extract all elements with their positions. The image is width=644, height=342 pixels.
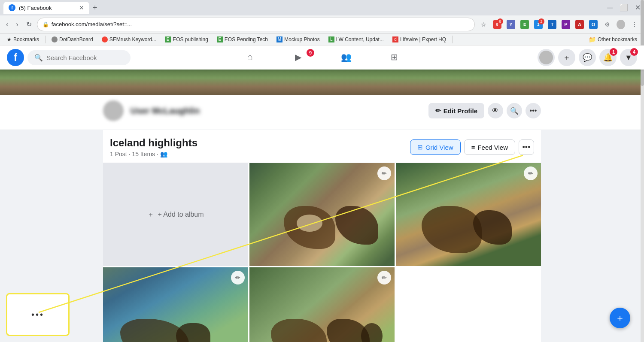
facebook-logo[interactable]: f — [7, 49, 24, 66]
ext-avatar[interactable] — [615, 18, 627, 30]
marketplace-icon: ⊞ — [391, 52, 398, 62]
other-bookmarks[interactable]: 📁 Other bookmarks — [585, 35, 641, 44]
browser-titlebar: f (5) Facebook ✕ + ─ ⬜ ✕ — [0, 0, 644, 15]
friends-icon: 👥 — [341, 52, 352, 62]
dots-icon: ••• — [31, 310, 44, 320]
bookmark-eos-pub[interactable]: E EOS publishing — [161, 36, 212, 43]
avatar-image — [539, 51, 553, 64]
bookmark-semrush[interactable]: SEMrush Keyword... — [98, 36, 160, 43]
float-chat-button[interactable]: ＋ — [610, 308, 630, 328]
browser-tab[interactable]: f (5) Facebook ✕ — [3, 2, 89, 14]
new-tab-button[interactable]: + — [91, 2, 99, 14]
bookmark-eos-pending[interactable]: E EOS Pending Tech — [213, 36, 271, 43]
chat-icon: ＋ — [615, 312, 625, 324]
photo-edit-button-3[interactable]: ✏ — [231, 271, 245, 284]
messenger-icon: 💬 — [583, 53, 592, 62]
ext-settings[interactable]: ⚙ — [601, 18, 613, 30]
nav-watch[interactable]: ▶ 9 — [274, 45, 322, 70]
feed-view-button[interactable]: ≡ Feed View — [464, 139, 515, 155]
tab-favicon: f — [9, 4, 15, 11]
ext-p[interactable]: P — [560, 18, 572, 30]
facebook-navbar: f 🔍 ⌂ ▶ 9 👥 ⊞ ＋ 💬 🔔 1 — [0, 45, 644, 70]
ellipsis-icon: ••• — [522, 143, 531, 152]
messenger-button[interactable]: 💬 — [579, 49, 596, 66]
minimize-button[interactable]: ─ — [607, 3, 613, 12]
window-controls: ─ ⬜ ✕ — [607, 3, 641, 12]
profile-avatar-nav[interactable] — [538, 49, 555, 66]
bookmark-icon: E — [165, 36, 171, 42]
ext-e1[interactable]: E — [519, 18, 531, 30]
bookmark-lifewire[interactable]: d Lifewire | Expert HQ — [389, 36, 450, 43]
create-button[interactable]: ＋ — [558, 49, 575, 66]
star-button[interactable]: ☆ — [477, 18, 489, 30]
address-bar[interactable]: 🔒 facebook.com/media/set/?set=... — [37, 18, 475, 31]
reload-button[interactable]: ↻ — [24, 18, 34, 30]
maximize-button[interactable]: ⬜ — [620, 3, 628, 12]
photo-cell-4[interactable]: ✏ — [249, 267, 395, 342]
bookmark-icon: L — [328, 36, 334, 42]
photo-cell-2[interactable]: ✏ — [396, 163, 541, 266]
search-input[interactable] — [46, 54, 124, 61]
list-icon: ≡ — [471, 144, 475, 151]
bookmarks-bar: ★ Bookmarks DotDashBoard SEMrush Keyword… — [0, 33, 644, 45]
ext-y[interactable]: Y — [505, 18, 517, 30]
bookmark-icon — [52, 36, 58, 42]
close-button[interactable]: ✕ — [635, 3, 641, 12]
profile-info: User McLaughlin ✏ Edit Profile 👁 🔍 ••• — [0, 95, 644, 126]
forward-button[interactable]: › — [13, 19, 21, 30]
edit-profile-button[interactable]: ✏ Edit Profile — [428, 103, 484, 118]
bookmark-star-icon: ★ — [7, 36, 12, 42]
ext-8[interactable]: 8 8 — [491, 18, 503, 30]
nav-friends[interactable]: 👥 — [322, 45, 370, 70]
photos-grid: ＋ + Add to album ✏ ✏ — [103, 163, 541, 342]
bookmark-icon: E — [217, 36, 223, 42]
nav-center: ⌂ ▶ 9 👥 ⊞ — [226, 45, 418, 70]
notifications-button[interactable]: 🔔 1 — [599, 49, 617, 66]
nav-marketplace[interactable]: ⊞ — [370, 45, 418, 70]
ext-t[interactable]: T — [546, 18, 558, 30]
eye-icon: 👁 — [492, 107, 499, 115]
photo-edit-button-2[interactable]: ✏ — [524, 166, 538, 180]
plus-icon: ＋ — [563, 52, 571, 63]
album-controls: ⊞ Grid View ≡ Feed View ••• — [410, 139, 534, 155]
folder-icon: 📁 — [589, 36, 596, 43]
bookmark-dotdash[interactable]: DotDashBoard — [48, 36, 97, 43]
ext-a[interactable]: A — [574, 18, 586, 30]
grid-view-button[interactable]: ⊞ Grid View — [410, 139, 461, 155]
tab-close-button[interactable]: ✕ — [79, 4, 84, 11]
browser-extensions: ☆ 8 8 Y E 2 2 T P A O ⚙ ⋮ — [477, 18, 641, 30]
profile-more-button[interactable]: ••• — [526, 103, 541, 118]
highlighted-more-button[interactable]: ••• — [6, 293, 70, 336]
photo-cell-1[interactable]: ✏ — [249, 163, 395, 266]
nav-right: ＋ 💬 🔔 1 ▼ 4 — [538, 49, 637, 66]
back-button[interactable]: ‹ — [3, 19, 11, 30]
view-as-button[interactable]: 👁 — [488, 103, 503, 118]
ext-o[interactable]: O — [587, 18, 599, 30]
album-more-button[interactable]: ••• — [519, 139, 534, 155]
pencil-icon: ✏ — [435, 107, 441, 115]
bookmark-bookmarks[interactable]: ★ Bookmarks — [3, 36, 43, 43]
profile-avatar[interactable] — [103, 100, 124, 121]
lock-icon: 🔒 — [43, 21, 49, 27]
photo-edit-button-4[interactable]: ✏ — [377, 271, 391, 284]
search-bar[interactable]: 🔍 — [27, 50, 131, 65]
privacy-icon: · — [157, 151, 158, 157]
browser-menu-button[interactable]: ⋮ — [629, 18, 641, 30]
ext-badge: 8 — [497, 18, 503, 24]
friends-privacy-icon: 👥 — [160, 151, 167, 157]
photo-cell-3[interactable]: ✏ — [103, 267, 248, 342]
ext-2[interactable]: 2 2 — [532, 18, 544, 30]
scroll-thumb[interactable] — [641, 0, 644, 86]
add-to-album-cell[interactable]: ＋ + Add to album — [103, 163, 248, 266]
album-header-row: Iceland highlights 1 Post · 15 Items · 👥… — [110, 137, 534, 157]
plus-icon: ＋ — [147, 210, 154, 219]
photo-edit-button-1[interactable]: ✏ — [377, 166, 391, 180]
ext-2-badge: 2 — [538, 18, 544, 24]
search-profile-button[interactable]: 🔍 — [507, 103, 522, 118]
nav-home[interactable]: ⌂ — [226, 45, 274, 70]
bookmark-lw[interactable]: L LW Content, Updat... — [325, 36, 387, 43]
tab-title: (5) Facebook — [19, 5, 76, 11]
account-badge: 4 — [630, 48, 638, 56]
account-menu-button[interactable]: ▼ 4 — [620, 49, 637, 66]
bookmark-mockup[interactable]: M Mockup Photos — [273, 36, 323, 43]
